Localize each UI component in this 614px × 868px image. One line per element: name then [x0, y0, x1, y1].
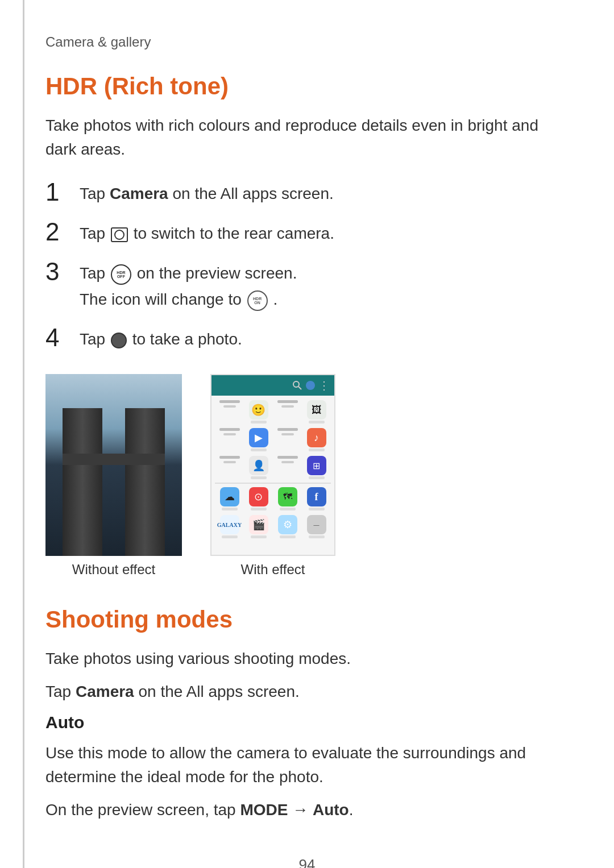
svg-point-0 — [293, 381, 299, 387]
app-label — [309, 421, 325, 423]
images-row: Without effect ⋮ — [45, 374, 569, 578]
contacts-icon: 👤 — [249, 456, 268, 475]
step-4-text-before: Tap — [80, 330, 110, 348]
emoji-icon: 🙂 — [249, 400, 268, 420]
without-effect-caption: Without effect — [72, 562, 155, 578]
app-row-2: ▶ ♪ — [215, 427, 331, 452]
app-label — [222, 508, 238, 510]
step-3-period: . — [273, 290, 277, 308]
app-cell-1-1 — [215, 399, 244, 425]
step-2-text-after: to switch to the rear camera. — [134, 225, 334, 242]
image-with-effect-block: ⋮ 🙂 — [210, 374, 335, 578]
header-menu-dots: ⋮ — [318, 379, 330, 392]
app-cell-5-1: GALAXY — [215, 514, 244, 539]
app-label — [280, 508, 296, 510]
header-dot-blue — [306, 381, 315, 390]
app-label — [277, 400, 298, 403]
circle-icon: ⊙ — [249, 487, 268, 506]
shooting-section-title: Shooting modes — [45, 606, 569, 633]
auto-instruction-arrow: → — [288, 801, 313, 819]
app-cell-5-2: 🎬 — [244, 514, 273, 539]
app-label-2 — [223, 433, 236, 435]
app-label-2 — [281, 433, 294, 435]
map-icon: 🗺 — [278, 487, 297, 506]
shooting-intro-2-before: Tap — [45, 683, 76, 700]
app-cell-1-2: 🙂 — [244, 399, 273, 425]
step-3-text-before: Tap — [80, 264, 110, 282]
phone-screenshot: ⋮ 🙂 — [210, 374, 335, 556]
step-4: 4 Tap to take a photo. — [45, 327, 569, 351]
step-3-text-after: on the preview screen. — [137, 264, 297, 282]
step-1-content: Tap Camera on the All apps screen. — [80, 182, 569, 206]
shooting-intro-2: Tap Camera on the All apps screen. — [45, 680, 569, 704]
hdr-intro-text: Take photos with rich colours and reprod… — [45, 114, 569, 161]
cloud-icon: ☁ — [220, 487, 239, 506]
photo-building-without-effect — [45, 374, 182, 556]
app-cell-2-2: ▶ — [244, 427, 273, 452]
app-cell-4-4: f — [302, 486, 331, 512]
app-label — [251, 448, 267, 451]
app-label — [251, 421, 267, 423]
gallery-icon: 🖼 — [307, 400, 326, 420]
app-label — [219, 456, 240, 459]
app-cell-5-3: ⚙ — [273, 514, 302, 539]
auto-body-text: Use this mode to allow the camera to eva… — [45, 741, 569, 789]
breadcrumb: Camera & gallery — [45, 34, 569, 50]
app-cell-3-2: 👤 — [244, 455, 273, 480]
step-list: 1 Tap Camera on the All apps screen. 2 T… — [45, 182, 569, 351]
hdr-off-icon-label: HDROFF — [117, 271, 125, 279]
left-border — [23, 0, 24, 868]
app-label — [309, 535, 325, 538]
app-cell-3-4: ⊞ — [302, 455, 331, 480]
with-effect-caption: With effect — [241, 562, 305, 578]
auto-subtitle: Auto — [45, 713, 569, 732]
hdr-off-icon: HDROFF — [111, 264, 131, 285]
play-store-icon: 🎬 — [249, 515, 268, 534]
step-3-sub-note-text: The icon will change to — [80, 290, 246, 308]
app-label — [309, 508, 325, 510]
app-icon-4-5: — — [307, 515, 326, 534]
auto-instruction-auto: Auto — [313, 801, 349, 819]
step-3-content: Tap HDROFF on the preview screen. The ic… — [80, 261, 569, 312]
tower-right — [125, 408, 165, 556]
auto-instruction-mode: MODE — [240, 801, 288, 819]
app-label — [309, 448, 325, 451]
app-cell-1-4: 🖼 — [302, 399, 331, 425]
step-1-text-after: on the All apps screen. — [168, 185, 334, 202]
search-icon — [292, 380, 302, 391]
app-cell-2-1 — [215, 427, 244, 452]
grid-divider — [215, 483, 331, 484]
step-1-number: 1 — [45, 180, 80, 205]
app-row-1: 🙂 🖼 — [215, 399, 331, 425]
app-label — [219, 428, 240, 431]
app-label — [251, 535, 267, 538]
shooting-intro-1: Take photos using various shooting modes… — [45, 647, 569, 671]
grid-icon: ⊞ — [307, 456, 326, 475]
settings-icon: ⚙ — [278, 515, 297, 534]
auto-instruction-period: . — [349, 801, 354, 819]
phone-header: ⋮ — [211, 375, 334, 396]
step-4-text-after: to take a photo. — [132, 330, 242, 348]
auto-instruction-before: On the preview screen, tap — [45, 801, 240, 819]
step-1-bold: Camera — [110, 185, 168, 202]
app-row-5: GALAXY 🎬 ⚙ — — [215, 514, 331, 539]
page-number: 94 — [45, 856, 569, 868]
image-without-effect-block: Without effect — [45, 374, 182, 578]
app-cell-4-1: ☁ — [215, 486, 244, 512]
app-cell-3-1 — [215, 455, 244, 480]
video-icon: ▶ — [249, 428, 268, 447]
step-3: 3 Tap HDROFF on the preview screen. The … — [45, 261, 569, 312]
step-1-text-before: Tap — [80, 185, 110, 202]
step-4-number: 4 — [45, 325, 80, 350]
app-cell-3-3 — [273, 455, 302, 480]
app-label-2 — [223, 405, 236, 408]
facebook-icon: f — [307, 487, 326, 506]
step-3-number: 3 — [45, 259, 80, 284]
svg-line-1 — [298, 387, 301, 389]
samsung-icon: GALAXY — [220, 515, 239, 534]
app-label — [222, 535, 238, 538]
step-2-number: 2 — [45, 219, 80, 244]
app-cell-5-4: — — [302, 514, 331, 539]
step-2-text-before: Tap — [80, 225, 110, 242]
app-label — [277, 428, 298, 431]
